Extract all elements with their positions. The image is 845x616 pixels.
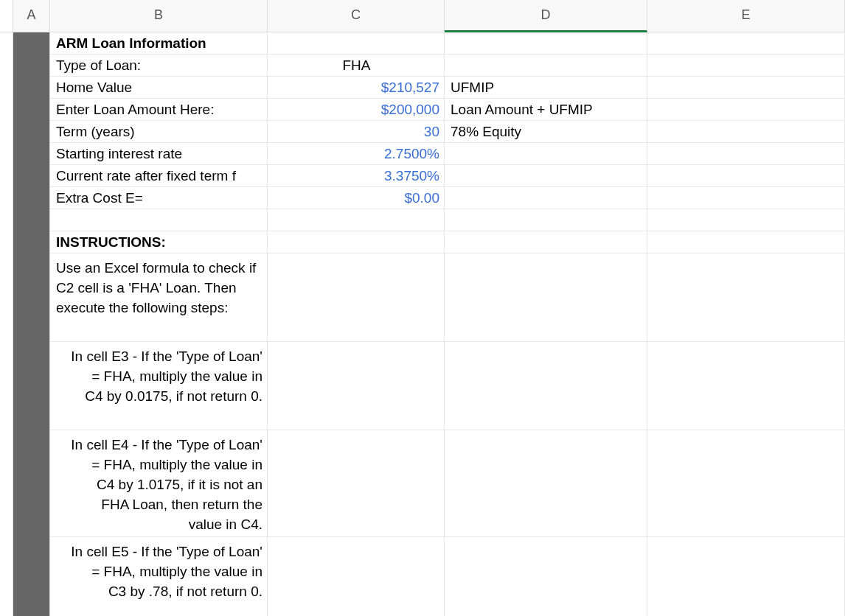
cell-C8[interactable]: $0.00 — [268, 187, 445, 209]
cell-A13[interactable] — [13, 430, 50, 537]
cell-C7[interactable]: 3.3750% — [268, 165, 445, 187]
cell-D8[interactable] — [445, 187, 647, 209]
cell-C4[interactable]: $200,000 — [268, 99, 445, 121]
cell-D7[interactable] — [445, 165, 647, 187]
cell-D1[interactable] — [445, 32, 647, 55]
row-gutter — [0, 253, 13, 342]
col-header-E[interactable]: E — [647, 0, 845, 32]
cell-D2[interactable] — [445, 55, 647, 77]
row-gutter — [0, 430, 13, 537]
cell-A9[interactable] — [13, 209, 50, 231]
cell-C14[interactable] — [268, 537, 445, 616]
row-gutter — [0, 537, 13, 616]
cell-C1[interactable] — [268, 32, 445, 55]
col-header-A[interactable]: A — [13, 0, 50, 32]
cell-C3[interactable]: $210,527 — [268, 77, 445, 99]
row-gutter — [0, 121, 13, 143]
cell-B11[interactable]: Use an Excel formula to check if C2 cell… — [50, 253, 268, 342]
cell-D5[interactable]: 78% Equity — [445, 121, 647, 143]
row-gutter — [0, 32, 13, 55]
cell-E11[interactable] — [647, 253, 845, 342]
cell-D10[interactable] — [445, 231, 647, 253]
cell-B4[interactable]: Enter Loan Amount Here: — [50, 99, 268, 121]
cell-E5[interactable] — [647, 121, 845, 143]
cell-D14[interactable] — [445, 537, 647, 616]
row-gutter — [0, 99, 13, 121]
cell-D13[interactable] — [445, 430, 647, 537]
cell-D3[interactable]: UFMIP — [445, 77, 647, 99]
cell-B9[interactable] — [50, 209, 268, 231]
cell-E1[interactable] — [647, 32, 845, 55]
cell-A11[interactable] — [13, 253, 50, 342]
cell-A5[interactable] — [13, 121, 50, 143]
row-gutter — [0, 55, 13, 77]
cell-D6[interactable] — [445, 143, 647, 165]
cell-E10[interactable] — [647, 231, 845, 253]
cell-D11[interactable] — [445, 253, 647, 342]
cell-B6[interactable]: Starting interest rate — [50, 143, 268, 165]
row-gutter — [0, 165, 13, 187]
cell-B5[interactable]: Term (years) — [50, 121, 268, 143]
cell-B12[interactable]: In cell E3 - If the 'Type of Loan' = FHA… — [50, 342, 268, 430]
cell-A14[interactable] — [13, 537, 50, 616]
cell-D9[interactable] — [445, 209, 647, 231]
cell-C10[interactable] — [268, 231, 445, 253]
cell-B10[interactable]: INSTRUCTIONS: — [50, 231, 268, 253]
spreadsheet-grid[interactable]: A B C D E ARM Loan Information Type of L… — [0, 0, 845, 616]
cell-E4[interactable] — [647, 99, 845, 121]
cell-E6[interactable] — [647, 143, 845, 165]
cell-E12[interactable] — [647, 342, 845, 430]
cell-D4[interactable]: Loan Amount + UFMIP — [445, 99, 647, 121]
cell-A6[interactable] — [13, 143, 50, 165]
cell-B8[interactable]: Extra Cost E= — [50, 187, 268, 209]
cell-B14[interactable]: In cell E5 - If the 'Type of Loan' = FHA… — [50, 537, 268, 616]
cell-A2[interactable] — [13, 55, 50, 77]
cell-E8[interactable] — [647, 187, 845, 209]
cell-C13[interactable] — [268, 430, 445, 537]
cell-C11[interactable] — [268, 253, 445, 342]
cell-B7[interactable]: Current rate after fixed term f — [50, 165, 268, 187]
cell-E3[interactable] — [647, 77, 845, 99]
cell-B13[interactable]: In cell E4 - If the 'Type of Loan' = FHA… — [50, 430, 268, 537]
cell-C5[interactable]: 30 — [268, 121, 445, 143]
cell-A7[interactable] — [13, 165, 50, 187]
cell-B2[interactable]: Type of Loan: — [50, 55, 268, 77]
row-gutter — [0, 187, 13, 209]
row-gutter — [0, 231, 13, 253]
row-gutter — [0, 77, 13, 99]
col-header-C[interactable]: C — [268, 0, 445, 32]
cell-A1[interactable] — [13, 32, 50, 55]
cell-B1[interactable]: ARM Loan Information — [50, 32, 268, 55]
cell-A12[interactable] — [13, 342, 50, 430]
col-header-B[interactable]: B — [50, 0, 268, 32]
row-gutter — [0, 209, 13, 231]
corner-cell[interactable] — [0, 0, 13, 32]
row-gutter — [0, 143, 13, 165]
cell-E9[interactable] — [647, 209, 845, 231]
cell-B3[interactable]: Home Value — [50, 77, 268, 99]
cell-A4[interactable] — [13, 99, 50, 121]
cell-A8[interactable] — [13, 187, 50, 209]
col-header-D[interactable]: D — [445, 0, 647, 32]
cell-D12[interactable] — [445, 342, 647, 430]
cell-C2[interactable]: FHA — [268, 55, 445, 77]
row-gutter — [0, 342, 13, 430]
cell-E2[interactable] — [647, 55, 845, 77]
cell-E7[interactable] — [647, 165, 845, 187]
cell-E14[interactable] — [647, 537, 845, 616]
cell-E13[interactable] — [647, 430, 845, 537]
cell-C9[interactable] — [268, 209, 445, 231]
cell-A3[interactable] — [13, 77, 50, 99]
cell-C6[interactable]: 2.7500% — [268, 143, 445, 165]
cell-C12[interactable] — [268, 342, 445, 430]
cell-A10[interactable] — [13, 231, 50, 253]
